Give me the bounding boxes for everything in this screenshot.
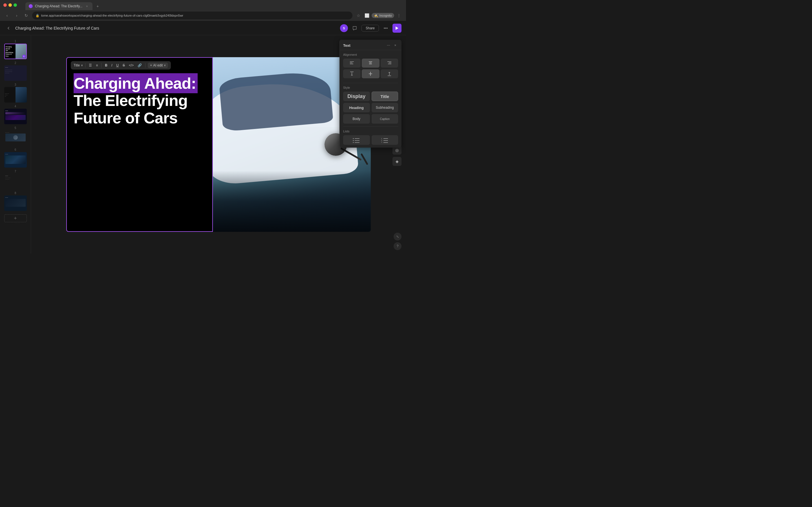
bullet-list-button[interactable]: ☰ <box>88 63 93 68</box>
numbered-list-panel-button[interactable]: 1. 2. 3. <box>371 135 398 145</box>
code-button[interactable]: </> <box>128 63 135 68</box>
numbered-list-button[interactable]: ≡ <box>95 63 99 68</box>
traffic-light-green[interactable] <box>13 3 17 7</box>
title-style-button[interactable]: Title <box>371 92 398 101</box>
valign-top-button[interactable] <box>343 69 361 78</box>
text-style-dropdown[interactable]: Title ∨ <box>73 63 83 67</box>
lists-section: Lists <box>340 127 402 148</box>
bottom-corner-tools: ⤡ ? <box>394 233 402 250</box>
canvas-area: Title ∨ ☰ ≡ B I U S </> 🔗 <box>31 35 406 253</box>
slide-number-5: 5 <box>15 126 16 129</box>
body-style-button[interactable]: Body <box>343 114 370 124</box>
slide-number-1: 1 <box>15 40 16 43</box>
presentation-title: Charging Ahead: The Electrifying Future … <box>15 26 99 31</box>
browser-tab[interactable]: Charging Ahead: The Electrify... × <box>26 2 93 10</box>
color-tool[interactable]: ◈ <box>393 157 402 166</box>
alignment-label: Alignment <box>343 53 398 56</box>
more-options-button[interactable]: ••• <box>381 24 390 33</box>
lists-label: Lists <box>343 129 398 133</box>
menu-icon[interactable]: ⋮ <box>395 12 403 19</box>
tab-close-button[interactable]: × <box>85 4 89 8</box>
slide-thumbnail-3[interactable]: — — —— —— <box>4 87 27 103</box>
slide-thumbnail-5[interactable]: — — — <box>4 130 27 146</box>
incognito-badge: 🕵 Incognito <box>371 13 394 18</box>
heading-style-button[interactable]: Heading <box>343 103 370 112</box>
slide-canvas: Title ∨ ☰ ≡ B I U S </> 🔗 <box>66 57 371 232</box>
slide-number-3: 3 <box>15 83 16 86</box>
style-buttons-grid: Display Title Heading Subheading Body Ca… <box>343 92 398 124</box>
align-left-button[interactable] <box>343 59 361 68</box>
align-center-button[interactable] <box>362 59 379 68</box>
bullet-list-panel-button[interactable] <box>343 135 370 145</box>
horizontal-alignment-grid <box>343 59 398 68</box>
toolbar-separator-1 <box>85 63 86 68</box>
valign-bottom-button[interactable] <box>380 69 398 78</box>
slide-number-8: 8 <box>15 191 16 194</box>
slide-left-panel[interactable]: Title ∨ ☰ ≡ B I U S </> 🔗 <box>66 57 213 232</box>
ai-edit-button[interactable]: + AI edit ∨ <box>148 62 168 68</box>
slide-thumbnail-7[interactable]: —— — — — — —— — — — <box>4 174 27 189</box>
vertical-alignment-grid <box>343 69 398 78</box>
bookmark-icon[interactable]: ☆ <box>355 12 362 19</box>
link-button[interactable]: 🔗 <box>137 63 143 68</box>
extension-icon[interactable]: ⬜ <box>363 12 370 19</box>
presentation-back-button[interactable] <box>4 24 12 32</box>
traffic-light-red[interactable] <box>3 3 7 7</box>
traffic-light-yellow[interactable] <box>8 3 12 7</box>
toolbar-separator-3 <box>145 63 146 68</box>
underline-button[interactable]: U <box>115 63 120 68</box>
slide-thumbnail-2[interactable]: —— — — — — — — — — — — — — — <box>4 65 27 81</box>
svg-point-18 <box>353 138 354 139</box>
slide-thumbnail-4[interactable]: —— <box>4 109 27 124</box>
svg-text:3.: 3. <box>381 142 383 143</box>
tab-favicon <box>29 4 33 8</box>
panel-title: Text <box>343 43 350 48</box>
text-formatting-panel: Text ⋯ × Alignment <box>340 40 402 148</box>
slide-thumbnail-1[interactable]: ChargingAhead:TheElectrifyingFuture ofCa… <box>4 44 27 59</box>
style-section: Style Display Title Heading Subheading B… <box>340 83 402 126</box>
reload-button[interactable]: ↻ <box>22 12 30 19</box>
highlighted-title-line1: Charging Ahead: <box>73 73 198 93</box>
strikethrough-button[interactable]: S <box>121 63 126 68</box>
address-bar[interactable]: 🔒 tome.app/sarahsworkspace/charging-ahea… <box>32 11 352 19</box>
italic-button[interactable]: I <box>110 63 113 68</box>
svg-point-22 <box>353 142 354 143</box>
bold-button[interactable]: B <box>104 63 109 68</box>
share-button[interactable]: Share <box>361 25 379 32</box>
help-button[interactable]: ? <box>394 242 402 250</box>
svg-point-20 <box>353 140 354 141</box>
forward-button[interactable]: › <box>13 12 20 19</box>
back-button[interactable]: ‹ <box>3 12 11 19</box>
new-tab-button[interactable]: + <box>94 2 101 10</box>
panel-header: Text ⋯ × <box>340 40 402 50</box>
slide-number-6: 6 <box>15 148 16 151</box>
panel-options-icon[interactable]: ⋯ <box>386 43 391 48</box>
valign-middle-button[interactable] <box>362 69 379 78</box>
list-buttons-grid: 1. 2. 3. <box>343 135 398 145</box>
title-line3: Future of Cars <box>73 109 177 127</box>
align-right-button[interactable] <box>380 59 398 68</box>
subheading-style-button[interactable]: Subheading <box>371 103 398 112</box>
text-formatting-toolbar: Title ∨ ☰ ≡ B I U S </> 🔗 <box>71 61 171 69</box>
slide-thumbnail-sidebar: 1 ChargingAhead:TheElectrifyingFuture of… <box>0 35 31 253</box>
slide-thumbnail-6[interactable]: —— <box>4 152 27 168</box>
slide-thumbnail-8[interactable]: —— <box>4 195 27 211</box>
slide-number-7: 7 <box>15 170 16 173</box>
user-avatar: S <box>340 24 348 32</box>
app-header: Charging Ahead: The Electrifying Future … <box>0 21 406 35</box>
slide-number-4: 4 <box>15 105 16 108</box>
url-text: tome.app/sarahsworkspace/charging-ahead-… <box>41 14 349 17</box>
slide-title-area[interactable]: Charging Ahead: The Electrifying Future … <box>67 75 212 231</box>
panel-close-button[interactable]: × <box>393 43 398 48</box>
play-presentation-button[interactable] <box>393 24 402 33</box>
expand-button[interactable]: ⤡ <box>394 233 402 240</box>
svg-text:1.: 1. <box>381 138 383 139</box>
display-style-button[interactable]: Display <box>343 92 370 101</box>
caption-style-button[interactable]: Caption <box>371 114 398 124</box>
add-slide-button[interactable]: + <box>4 214 27 222</box>
tab-title: Charging Ahead: The Electrify... <box>35 4 82 8</box>
slide-collaborator-avatar-1: S <box>22 55 26 58</box>
slide-title-text[interactable]: Charging Ahead: The Electrifying Future … <box>73 75 206 127</box>
svg-text:2.: 2. <box>381 140 383 142</box>
comment-button[interactable] <box>350 24 359 33</box>
